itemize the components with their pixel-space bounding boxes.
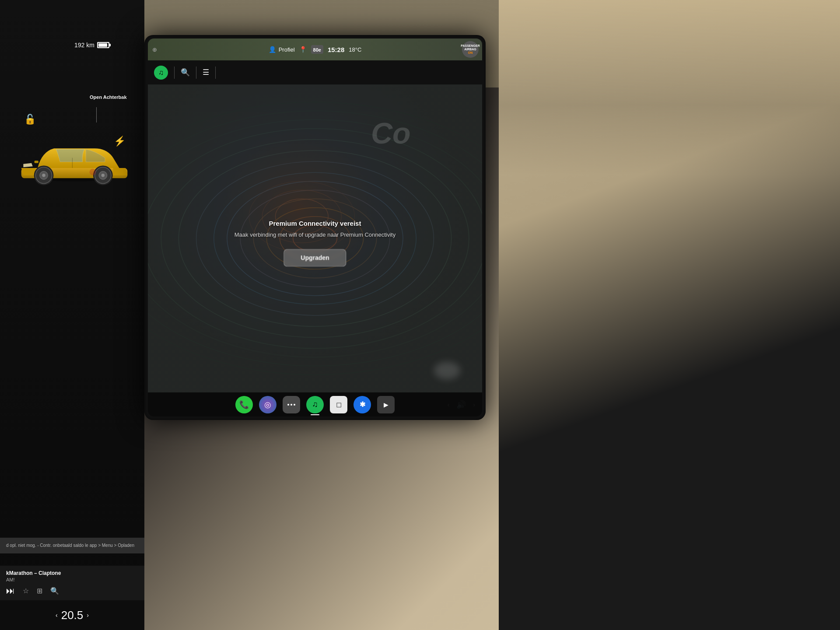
- notes-icon: ◻: [336, 400, 342, 409]
- white-blob: [434, 362, 460, 379]
- lock-icon[interactable]: 🔓: [24, 114, 36, 125]
- carplay-icon: ▶: [384, 401, 388, 408]
- spotify-dock-icon: ♫: [312, 400, 318, 409]
- map-pin-icon: 📍: [299, 46, 307, 53]
- dock-siri-button[interactable]: ◎: [259, 396, 276, 413]
- three-dots-icon: [287, 404, 295, 406]
- search-music-button[interactable]: 🔍: [50, 587, 59, 595]
- music-title: kMarathon – Claptone: [6, 570, 138, 576]
- equalizer-button[interactable]: ⊞: [37, 587, 42, 595]
- bottom-dock: 📞 ◎ ♫ ◻: [148, 392, 482, 416]
- svg-rect-10: [35, 161, 38, 163]
- temperature-status: 18°C: [349, 46, 361, 53]
- header-divider-2: [196, 66, 196, 79]
- upgrade-button[interactable]: Upgraden: [284, 249, 346, 266]
- spotify-header: ♫ 🔍 ☰: [148, 60, 482, 84]
- battery-icon: [97, 42, 109, 48]
- lightning-icon: ⚡: [114, 136, 126, 147]
- gps-icon: ⊕: [152, 46, 157, 53]
- search-icon[interactable]: 🔍: [181, 68, 190, 77]
- status-bar: ⊕ 👤 Profiel 📍 80e 15:28 18°C PASSENGERAI…: [148, 38, 482, 60]
- profile-area[interactable]: 👤 Profiel: [269, 46, 295, 53]
- left-car-panel: 192 km: [0, 0, 144, 630]
- dock-notes-button[interactable]: ◻: [330, 396, 347, 413]
- siri-icon: ◎: [264, 400, 271, 410]
- time-display: 15:28: [328, 46, 344, 53]
- dock-spotify-button[interactable]: ♫: [306, 396, 324, 413]
- dock-carplay-button[interactable]: ▶: [377, 396, 395, 413]
- speed-badge: 80e: [311, 45, 323, 54]
- temperature-bar: ‹ 20.5 ›: [0, 600, 144, 630]
- svg-point-9: [102, 174, 105, 177]
- battery-range: 192 km: [74, 42, 94, 49]
- connectivity-overlay: Premium Connectivity vereist Maak verbin…: [164, 220, 466, 266]
- header-divider-1: [174, 66, 175, 79]
- music-controls: ⏭ ☆ ⊞ 🔍: [6, 586, 138, 596]
- spotify-icon[interactable]: ♫: [154, 66, 168, 80]
- music-artist: AM!: [6, 577, 138, 582]
- play-next-button[interactable]: ⏭: [6, 586, 15, 596]
- co-watermark: Co: [371, 116, 411, 150]
- charge-warning: d opl. niet mog. - Contr. onbetaald sald…: [0, 538, 144, 553]
- tesla-screen-bezel: ⊕ 👤 Profiel 📍 80e 15:28 18°C PASSENGERAI…: [144, 35, 486, 420]
- battery-display: 192 km: [74, 42, 109, 49]
- airbag-badge: PASSENGERAIRBAGON: [462, 41, 479, 58]
- right-car-interior: [499, 0, 840, 630]
- spotify-logo-text: ♫: [158, 69, 164, 77]
- profile-person-icon: 👤: [269, 46, 276, 53]
- menu-icon[interactable]: ☰: [203, 68, 209, 77]
- screen-inner: ⊕ 👤 Profiel 📍 80e 15:28 18°C PASSENGERAI…: [148, 38, 482, 416]
- favorite-button[interactable]: ☆: [23, 587, 29, 595]
- car-illustration: [0, 79, 149, 245]
- open-achterbak-label: Open Achterbak: [90, 94, 127, 101]
- connectivity-title: Premium Connectivity vereist: [164, 220, 466, 227]
- music-player: kMarathon – Claptone AM! ⏭ ☆ ⊞ 🔍: [0, 566, 144, 600]
- temp-decrease-button[interactable]: ‹: [56, 612, 58, 619]
- svg-point-6: [42, 174, 45, 177]
- svg-point-12: [90, 169, 96, 175]
- phone-icon: 📞: [239, 400, 249, 410]
- gps-icon-area: ⊕: [152, 46, 157, 53]
- temp-increase-button[interactable]: ›: [87, 612, 89, 619]
- profile-label: Profiel: [279, 46, 295, 53]
- temperature-display: 20.5: [61, 609, 84, 622]
- main-content-area: Co Premium Connectivity vereist Maak ver…: [148, 84, 482, 392]
- connectivity-subtitle: Maak verbinding met wifi of upgrade naar…: [164, 231, 466, 239]
- charge-warning-text: d opl. niet mog. - Contr. onbetaald sald…: [6, 542, 138, 549]
- dock-bluetooth-button[interactable]: ✱: [354, 396, 371, 413]
- dock-more-button[interactable]: [283, 396, 300, 413]
- bluetooth-icon: ✱: [360, 400, 365, 409]
- dock-phone-button[interactable]: 📞: [235, 396, 253, 413]
- header-divider-3: [215, 66, 216, 79]
